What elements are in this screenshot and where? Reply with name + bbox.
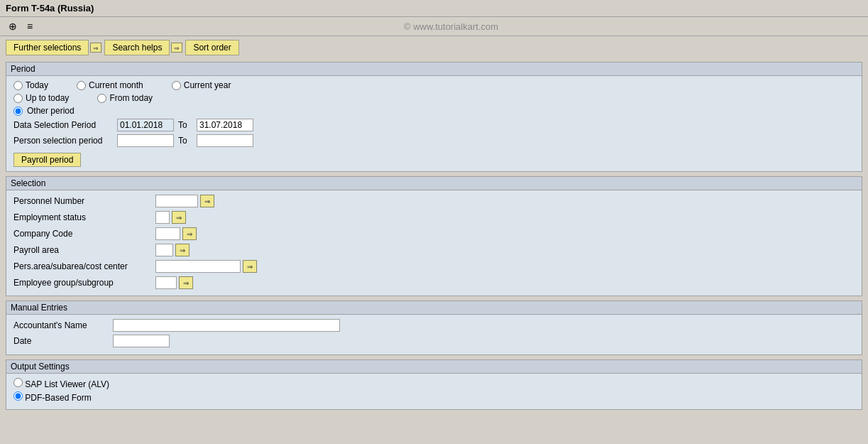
sort-order-label: Sort order bbox=[193, 43, 231, 53]
main-content: Period Today Current month Current year bbox=[0, 59, 868, 417]
payroll-period-button[interactable]: Payroll period bbox=[13, 153, 81, 167]
sort-order-button[interactable]: Sort order bbox=[185, 40, 238, 55]
company-code-row: Company Code ⇒ bbox=[13, 227, 855, 240]
radio-today[interactable] bbox=[13, 81, 23, 90]
accountants-name-row: Accountant's Name bbox=[13, 319, 855, 332]
radio-up-to-today-label[interactable]: Up to today bbox=[13, 93, 69, 103]
payroll-period-row: Payroll period bbox=[13, 150, 855, 167]
period-section: Period Today Current month Current year bbox=[6, 62, 862, 172]
employee-group-input[interactable] bbox=[155, 276, 177, 289]
data-selection-to-input[interactable] bbox=[197, 119, 253, 131]
to-label-2: To bbox=[178, 136, 192, 146]
output-settings-section: Output Settings SAP List Viewer (ALV) PD… bbox=[6, 359, 862, 410]
period-section-header: Period bbox=[6, 63, 862, 76]
period-row-1: Today Current month Current year bbox=[13, 80, 855, 90]
accountants-name-input[interactable] bbox=[113, 319, 340, 332]
accountants-name-label: Accountant's Name bbox=[13, 320, 113, 330]
output-settings-header: Output Settings bbox=[6, 360, 862, 374]
radio-other-period-label[interactable]: Other period bbox=[13, 106, 75, 116]
employment-status-label: Employment status bbox=[13, 212, 155, 222]
personnel-number-row: Personnel Number ⇒ bbox=[13, 195, 855, 207]
employee-group-row: Employee group/subgroup ⇒ bbox=[13, 276, 855, 289]
person-selection-period-label: Person selection period bbox=[13, 136, 113, 146]
radio-today-label[interactable]: Today bbox=[13, 80, 48, 90]
radio-current-year[interactable] bbox=[172, 81, 181, 90]
to-label-1: To bbox=[178, 120, 192, 130]
data-selection-from-input[interactable] bbox=[117, 119, 174, 131]
manual-entries-body: Accountant's Name Date bbox=[6, 315, 862, 354]
period-row-2: Up to today From today bbox=[13, 93, 855, 103]
button-bar: Further selections ⇒ Search helps ⇒ Sort… bbox=[0, 36, 868, 59]
manual-entries-header: Manual Entries bbox=[6, 301, 862, 315]
personnel-number-arrow-btn[interactable]: ⇒ bbox=[200, 195, 214, 207]
pers-area-input[interactable] bbox=[155, 260, 241, 273]
alv-radio-row: SAP List Viewer (ALV) bbox=[13, 378, 855, 389]
title-bar: Form T-54a (Russia) bbox=[0, 0, 868, 17]
search-helps-button[interactable]: Search helps bbox=[104, 40, 170, 55]
pers-area-label: Pers.area/subarea/cost center bbox=[13, 261, 155, 271]
period-row-3: Other period bbox=[13, 106, 855, 116]
payroll-area-arrow-btn[interactable]: ⇒ bbox=[175, 244, 189, 256]
person-selection-to-input[interactable] bbox=[197, 134, 253, 147]
data-selection-period-row: Data Selection Period To bbox=[13, 119, 855, 131]
radio-from-today-label[interactable]: From today bbox=[97, 93, 153, 103]
radio-current-month-label[interactable]: Current month bbox=[77, 80, 143, 90]
pdf-radio-row: PDF-Based Form bbox=[13, 391, 855, 403]
employment-status-arrow-btn[interactable]: ⇒ bbox=[172, 211, 186, 224]
watermark: © www.tutorialkart.com bbox=[40, 21, 862, 32]
app-title: Form T-54a (Russia) bbox=[6, 3, 94, 13]
person-selection-from-input[interactable] bbox=[117, 134, 174, 147]
date-row: Date bbox=[13, 335, 855, 347]
further-selections-button[interactable]: Further selections bbox=[6, 40, 89, 55]
toolbar: ⊕ ≡ © www.tutorialkart.com bbox=[0, 17, 868, 36]
search-helps-label: Search helps bbox=[112, 43, 162, 53]
date-label: Date bbox=[13, 336, 113, 346]
refresh-icon[interactable]: ⊕ bbox=[6, 19, 20, 33]
personnel-number-label: Personnel Number bbox=[13, 196, 155, 206]
radio-from-today[interactable] bbox=[97, 94, 106, 103]
payroll-area-label: Payroll area bbox=[13, 245, 155, 255]
radio-current-year-label[interactable]: Current year bbox=[172, 80, 231, 90]
menu-icon[interactable]: ≡ bbox=[23, 19, 37, 33]
pers-area-row: Pers.area/subarea/cost center ⇒ bbox=[13, 260, 855, 273]
employee-group-arrow-btn[interactable]: ⇒ bbox=[179, 276, 193, 289]
output-settings-body: SAP List Viewer (ALV) PDF-Based Form bbox=[6, 374, 862, 409]
data-selection-period-label: Data Selection Period bbox=[13, 120, 113, 130]
personnel-number-input[interactable] bbox=[155, 195, 198, 207]
employment-status-input[interactable] bbox=[155, 211, 170, 224]
selection-section: Selection Personnel Number ⇒ Employment … bbox=[6, 176, 862, 296]
employee-group-label: Employee group/subgroup bbox=[13, 278, 155, 288]
company-code-input[interactable] bbox=[155, 227, 180, 240]
selection-section-header: Selection bbox=[6, 177, 862, 190]
pers-area-arrow-btn[interactable]: ⇒ bbox=[243, 260, 257, 273]
person-selection-period-row: Person selection period To bbox=[13, 134, 855, 147]
further-selections-arrow-icon: ⇒ bbox=[90, 43, 101, 53]
radio-current-month[interactable] bbox=[77, 81, 86, 90]
employment-status-row: Employment status ⇒ bbox=[13, 211, 855, 224]
selection-section-body: Personnel Number ⇒ Employment status ⇒ C… bbox=[6, 190, 862, 296]
alv-radio-label[interactable]: SAP List Viewer (ALV) bbox=[13, 378, 109, 389]
company-code-label: Company Code bbox=[13, 229, 155, 239]
radio-up-to-today[interactable] bbox=[13, 94, 23, 103]
pdf-radio[interactable] bbox=[13, 391, 23, 401]
manual-entries-section: Manual Entries Accountant's Name Date bbox=[6, 300, 862, 355]
payroll-area-row: Payroll area ⇒ bbox=[13, 244, 855, 256]
alv-radio[interactable] bbox=[13, 378, 23, 387]
further-selections-label: Further selections bbox=[13, 43, 81, 53]
pdf-radio-label[interactable]: PDF-Based Form bbox=[13, 391, 92, 403]
company-code-arrow-btn[interactable]: ⇒ bbox=[182, 227, 197, 240]
payroll-area-input[interactable] bbox=[155, 244, 173, 256]
radio-other-period[interactable] bbox=[13, 107, 23, 116]
date-input[interactable] bbox=[113, 335, 170, 347]
search-helps-arrow-icon: ⇒ bbox=[171, 43, 182, 53]
period-section-body: Today Current month Current year Up to t… bbox=[6, 76, 862, 171]
